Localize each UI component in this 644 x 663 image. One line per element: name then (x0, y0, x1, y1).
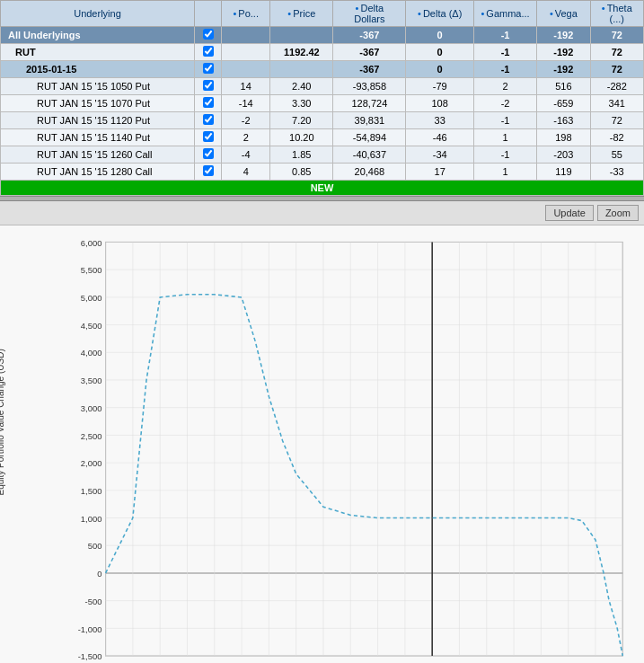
svg-text:5,000: 5,000 (81, 293, 102, 303)
row-delta: -79 (406, 78, 474, 95)
row-checkbox[interactable] (194, 61, 221, 78)
row-checkbox[interactable] (194, 44, 221, 61)
row-checkbox[interactable] (194, 112, 221, 129)
row-delta: 0 (406, 61, 474, 78)
row-pos (222, 44, 270, 61)
row-price (270, 27, 333, 44)
row-name: RUT JAN 15 '15 1050 Put (1, 78, 195, 95)
table-section: Underlying •Po... •Price •DeltaDollars •… (0, 0, 644, 196)
row-theta: -282 (590, 78, 643, 95)
row-name: All Underlyings (1, 27, 195, 44)
row-price: 2.40 (270, 78, 333, 95)
table-row: RUT JAN 15 '15 1120 Put -2 7.20 39,831 3… (1, 112, 644, 129)
col-theta: •Theta (...) (590, 1, 643, 27)
zoom-button[interactable]: Zoom (597, 205, 639, 221)
row-vega: -192 (537, 44, 590, 61)
svg-text:1,000: 1,000 (81, 514, 102, 524)
row-pos: -4 (222, 146, 270, 164)
row-gamma: 1 (473, 164, 536, 181)
row-pos (222, 27, 270, 44)
col-delta-dollars: •DeltaDollars (333, 1, 406, 27)
row-theta: 72 (590, 27, 643, 44)
row-delta: 0 (406, 44, 474, 61)
row-name: RUT JAN 15 '15 1070 Put (1, 95, 195, 112)
svg-text:4,500: 4,500 (81, 321, 102, 331)
chart-area: Equity Portfolio Value Change (USD) -1,5… (0, 225, 644, 663)
chart-section: Update Zoom Equity Portfolio Value Chang… (0, 201, 644, 663)
row-pos: 14 (222, 78, 270, 95)
row-gamma: -1 (473, 146, 536, 164)
row-checkbox[interactable] (194, 78, 221, 95)
row-checkbox[interactable] (194, 164, 221, 181)
table-row: RUT JAN 15 '15 1050 Put 14 2.40 -93,858 … (1, 78, 644, 95)
row-gamma: -1 (473, 112, 536, 129)
row-delta-dollars: 39,831 (333, 112, 406, 129)
row-vega: 516 (537, 78, 590, 95)
positions-table: Underlying •Po... •Price •DeltaDollars •… (0, 0, 644, 196)
row-delta-dollars: 20,468 (333, 164, 406, 181)
svg-text:3,000: 3,000 (81, 403, 102, 413)
row-checkbox[interactable] (194, 146, 221, 164)
row-price: 10.20 (270, 129, 333, 146)
row-vega: 198 (537, 129, 590, 146)
row-theta: 55 (590, 146, 643, 164)
row-delta-dollars: -93,858 (333, 78, 406, 95)
update-button[interactable]: Update (545, 205, 593, 221)
chart-svg: -1,500-1,000-50005001,0001,5002,0002,500… (54, 233, 637, 663)
row-name: RUT JAN 15 '15 1260 Call (1, 146, 195, 164)
svg-text:2,000: 2,000 (81, 458, 102, 468)
row-checkbox[interactable] (194, 129, 221, 146)
row-delta: -46 (406, 129, 474, 146)
row-name: RUT JAN 15 '15 1120 Put (1, 112, 195, 129)
row-price: 7.20 (270, 112, 333, 129)
row-delta: 33 (406, 112, 474, 129)
svg-text:6,000: 6,000 (81, 238, 102, 248)
row-pos (222, 61, 270, 78)
row-checkbox[interactable] (194, 27, 221, 44)
y-axis-label: Equity Portfolio Value Change (USD) (0, 451, 5, 496)
row-delta-dollars: -367 (333, 61, 406, 78)
row-price (270, 61, 333, 78)
row-pos: -2 (222, 112, 270, 129)
row-checkbox[interactable] (194, 95, 221, 112)
table-row: RUT 1192.42 -367 0 -1 -192 72 (1, 44, 644, 61)
row-pos: -14 (222, 95, 270, 112)
row-vega: -192 (537, 27, 590, 44)
col-pos: •Po... (222, 1, 270, 27)
svg-text:5,500: 5,500 (81, 265, 102, 275)
table-row: RUT JAN 15 '15 1260 Call -4 1.85 -40,637… (1, 146, 644, 164)
svg-text:2,500: 2,500 (81, 431, 102, 441)
row-name: RUT JAN 15 '15 1280 Call (1, 164, 195, 181)
row-theta: -33 (590, 164, 643, 181)
table-row: RUT JAN 15 '15 1140 Put 2 10.20 -54,894 … (1, 129, 644, 146)
row-theta: 72 (590, 61, 643, 78)
row-vega: 119 (537, 164, 590, 181)
col-checkbox-header (194, 1, 221, 27)
svg-text:3,500: 3,500 (81, 376, 102, 385)
svg-text:-1,000: -1,000 (78, 624, 102, 634)
row-price: 1192.42 (270, 44, 333, 61)
col-gamma: •Gamma... (473, 1, 536, 27)
row-delta-dollars: 128,724 (333, 95, 406, 112)
new-row[interactable]: NEW (1, 181, 644, 196)
row-gamma: -2 (473, 95, 536, 112)
new-label[interactable]: NEW (1, 181, 644, 196)
row-gamma: -1 (473, 61, 536, 78)
row-theta: 72 (590, 44, 643, 61)
svg-text:500: 500 (88, 541, 102, 551)
row-pos: 2 (222, 129, 270, 146)
row-vega: -163 (537, 112, 590, 129)
row-name: 2015-01-15 (1, 61, 195, 78)
svg-text:0: 0 (97, 569, 101, 579)
table-row: All Underlyings -367 0 -1 -192 72 (1, 27, 644, 44)
row-name: RUT JAN 15 '15 1140 Put (1, 129, 195, 146)
row-delta: 17 (406, 164, 474, 181)
row-vega: -192 (537, 61, 590, 78)
row-price: 3.30 (270, 95, 333, 112)
row-theta: -82 (590, 129, 643, 146)
row-delta-dollars: -54,894 (333, 129, 406, 146)
row-theta: 341 (590, 95, 643, 112)
chart-toolbar: Update Zoom (0, 201, 644, 225)
row-price: 1.85 (270, 146, 333, 164)
svg-text:-500: -500 (85, 597, 102, 606)
